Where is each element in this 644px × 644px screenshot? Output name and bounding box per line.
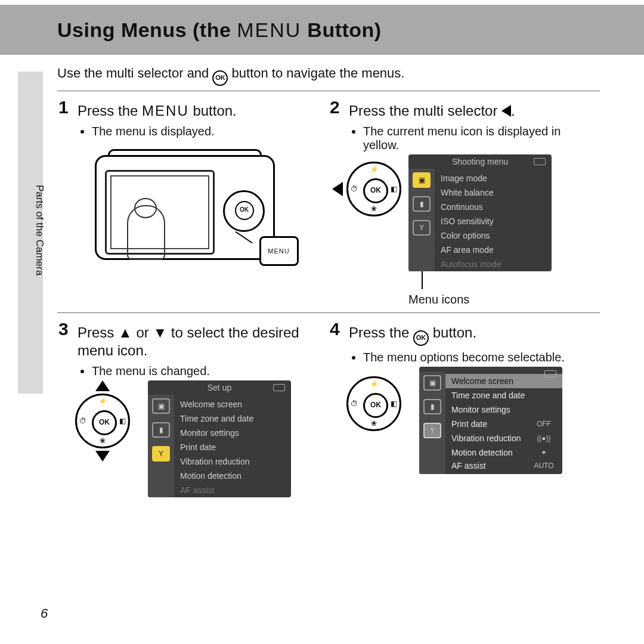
intro-suffix: button to navigate the menus. xyxy=(228,66,404,80)
step-4: 4 Press the OK button. The menu options … xyxy=(329,312,600,503)
caption: Menu icons xyxy=(408,293,469,306)
list-item: ISO sensitivity xyxy=(435,214,552,228)
list-item: AF assist xyxy=(174,483,291,495)
step-1: 1 Press the MENU button. The menu is dis… xyxy=(57,91,329,312)
lcd-setup-menu: Set up ▣ ▮ Y Welcome screen Time zone an… xyxy=(148,380,291,497)
ok-button-icon: OK xyxy=(235,201,254,220)
menu-button-callout: MENU xyxy=(259,236,299,266)
step-number: 4 xyxy=(330,319,340,339)
list-item: Autofocus mode xyxy=(435,257,552,269)
battery-icon xyxy=(534,158,546,165)
list-item: Print date xyxy=(174,440,291,454)
step-number: 3 xyxy=(58,319,69,339)
ok-button-icon: OK xyxy=(363,393,388,418)
list-item: Continuous xyxy=(435,200,552,214)
setup-mode-icon: Y xyxy=(423,423,441,438)
step-title: Press the OK button. xyxy=(349,324,594,346)
menu-glyph: MENU xyxy=(237,18,301,41)
list-item: Monitor settings xyxy=(445,402,562,417)
intro-prefix: Use the multi selector and xyxy=(57,66,212,80)
step-3: 3 Press ▲ or ▼ to select the desired men… xyxy=(57,312,329,503)
step-title: Press the MENU button. xyxy=(78,102,323,120)
video-mode-icon: ▮ xyxy=(152,422,170,438)
camera-mode-icon: ▣ xyxy=(413,172,431,188)
chapter-label: Parts of the Camera xyxy=(33,185,45,275)
page-number: 6 xyxy=(41,606,48,621)
list-item: Welcome screen xyxy=(174,397,291,411)
step-number: 1 xyxy=(58,97,69,117)
list-item: Image mode xyxy=(435,171,552,185)
ok-button-icon: OK xyxy=(363,178,388,203)
menu-glyph: MENU xyxy=(142,103,189,119)
ok-button-icon: OK xyxy=(212,70,228,86)
multi-selector-left: ⚡❀⏱◧ OK xyxy=(332,162,401,216)
list-item: Vibration reduction((●)) xyxy=(445,431,562,445)
left-arrow-icon xyxy=(332,182,343,196)
setup-mode-icon: Y xyxy=(413,220,431,236)
list-item: Color options xyxy=(435,228,552,243)
list-item: Monitor settings xyxy=(174,426,291,440)
setup-mode-icon: Y xyxy=(152,446,170,462)
multi-selector: ⚡❀⏱◧ OK xyxy=(346,376,401,431)
multi-selector-updown: ⚡❀⏱◧ OK xyxy=(75,380,130,462)
list-item: Print dateOFF xyxy=(445,417,562,431)
list-item: Motion detection✦ xyxy=(445,445,562,460)
step-number: 2 xyxy=(330,97,340,117)
step-bullet: The current menu icon is displayed in ye… xyxy=(363,125,594,152)
lcd-title: Shooting menu xyxy=(452,157,508,166)
step-bullet: The menu is changed. xyxy=(92,364,323,378)
ok-button-icon: OK xyxy=(413,330,429,346)
list-item: Time zone and date xyxy=(174,411,291,426)
pointer-line xyxy=(422,271,423,289)
title-suffix: Button) xyxy=(301,18,381,41)
section-title-bar: Using Menus (the MENU Button) xyxy=(0,5,644,55)
step-bullet: The menu is displayed. xyxy=(92,125,323,138)
camera-mode-icon: ▣ xyxy=(152,398,170,414)
up-arrow-icon xyxy=(95,380,110,391)
step-title: Press ▲ or ▼ to select the desired menu … xyxy=(78,324,323,360)
step-2: 2 Press the multi selector . The current… xyxy=(329,91,600,312)
intro-text: Use the multi selector and OK button to … xyxy=(57,66,644,86)
list-item: AF assistAUTO xyxy=(445,460,562,472)
lcd-shooting-menu: Shooting menu ▣ ▮ Y Image mode White bal… xyxy=(408,154,552,271)
list-item: Motion detection xyxy=(174,469,291,483)
video-mode-icon: ▮ xyxy=(423,399,441,414)
battery-icon xyxy=(273,384,285,391)
battery-icon xyxy=(544,370,556,377)
ok-button-icon: OK xyxy=(92,410,117,435)
camera-mode-icon: ▣ xyxy=(423,375,441,391)
step-title: Press the multi selector . xyxy=(349,102,594,120)
section-title: Using Menus (the MENU Button) xyxy=(57,18,382,42)
lcd-setup-options: ▣ ▮ Y Welcome screen Time zone and date … xyxy=(419,367,562,474)
down-arrow-icon xyxy=(95,451,110,462)
step-bullet: The menu options become selectable. xyxy=(363,351,594,364)
left-arrow-icon xyxy=(501,105,511,117)
title-prefix: Using Menus (the xyxy=(57,18,237,41)
list-item: White balance xyxy=(435,185,552,200)
list-item: Vibration reduction xyxy=(174,454,291,469)
camera-illustration: OK MENU xyxy=(95,149,286,262)
list-item: AF area mode xyxy=(435,243,552,257)
video-mode-icon: ▮ xyxy=(413,196,431,212)
list-item: Time zone and date xyxy=(445,388,562,402)
lcd-title: Set up xyxy=(208,383,231,392)
